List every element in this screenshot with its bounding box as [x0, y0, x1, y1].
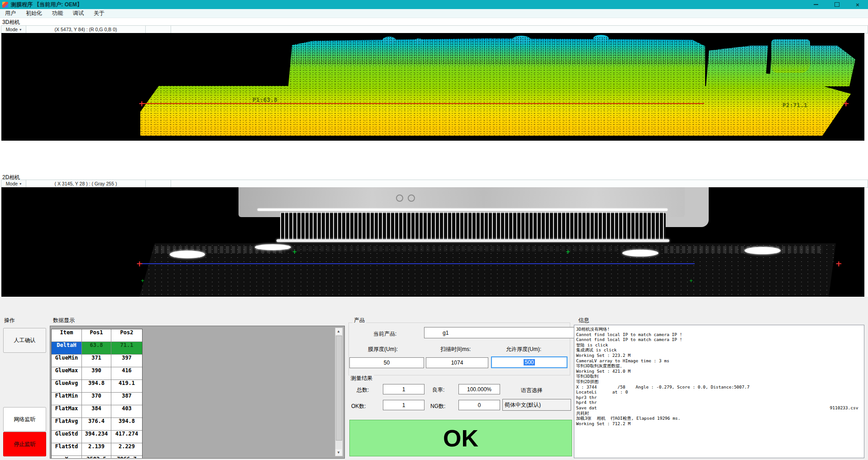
chevron-down-icon: ▾ — [19, 28, 21, 32]
bottom-panel: 操作 人工确认 网络监听 停止监听 数据显示 Item Pos1 Pos2 De… — [0, 297, 868, 460]
table-cell[interactable]: 371 — [82, 355, 111, 367]
total-field[interactable]: 1 — [383, 384, 424, 394]
table-cell[interactable]: 403 — [111, 405, 142, 417]
table-cell[interactable]: 370 — [82, 393, 111, 405]
table-cell[interactable]: 2.229 — [111, 443, 142, 455]
table-cell[interactable]: FlatMax — [52, 405, 81, 417]
table-cell[interactable]: 63.8 — [82, 342, 111, 354]
info-group-label: 信息 — [577, 317, 591, 324]
stop-listen-button[interactable]: 停止监听 — [3, 432, 46, 456]
camera3d-mode-dropdown[interactable]: Mode ▾ — [1, 26, 26, 33]
film-thickness-field[interactable]: 50 — [349, 357, 424, 368]
table-cell[interactable]: 397 — [111, 355, 142, 367]
scrollbar-thumb[interactable] — [336, 336, 342, 441]
data-display-group-label: 数据显示 — [52, 317, 76, 324]
camera2d-image-view[interactable]: + + + + + + — [1, 187, 864, 297]
table-cell[interactable]: 7966.7 — [111, 456, 142, 459]
scan-time-value: 1074 — [451, 360, 463, 366]
table-cell[interactable]: DeltaH — [52, 342, 81, 354]
menu-item-about[interactable]: 关于 — [89, 9, 110, 18]
noise-overlay — [139, 243, 839, 297]
log-line: LocateLi at : 0 — [576, 389, 862, 395]
log-line: 集成调试 is click — [576, 347, 862, 353]
window-titlebar: 测膜程序 【当前用户: OEM】 × — [0, 0, 868, 9]
camera3d-status-rest — [171, 26, 868, 33]
log-line: 加载3张 相机 行AOI检查, Elapsed 19296 ms. — [576, 416, 862, 421]
heightmap-left-strip — [1, 115, 141, 136]
allowed-thickness-value: 500 — [524, 359, 534, 365]
glue-blob — [622, 250, 658, 256]
data-table: Item Pos1 Pos2 DeltaH 63.8 71.1 GlueMin … — [51, 329, 143, 459]
table-cell[interactable]: 417.274 — [111, 431, 142, 443]
table-cell[interactable]: GlueMin — [52, 355, 81, 367]
current-product-field[interactable]: g1 — [424, 327, 584, 338]
table-cell[interactable]: 416 — [111, 367, 142, 379]
allowed-thickness-field[interactable]: 500 — [491, 356, 568, 368]
log-line: X : 3744 /58 Angle : -0.279, Score : 0.0… — [576, 384, 862, 390]
stop-listen-label: 停止监听 — [14, 441, 36, 448]
log-line: 等到3D取到灰度图数据。 — [576, 363, 862, 369]
menu-item-user[interactable]: 用户 — [0, 9, 21, 18]
camera3d-pixel-status: (X 5473, Y 84) : (R 0,G 0,B 0) — [26, 26, 146, 33]
table-cell[interactable]: 394.8 — [111, 418, 142, 430]
scroll-up-icon[interactable]: ▲ — [335, 328, 342, 335]
table-cell[interactable]: 390 — [82, 367, 111, 379]
yield-field[interactable]: 100.000% — [458, 384, 500, 394]
maximize-button[interactable] — [826, 0, 847, 9]
log-line: Cannot find local IP to match camera IP … — [576, 332, 862, 337]
minimize-button[interactable] — [806, 0, 826, 9]
table-cell[interactable]: FlatAvg — [52, 418, 81, 430]
ok-count-field[interactable]: 1 — [383, 400, 424, 410]
manual-confirm-label: 人工确认 — [14, 337, 36, 344]
glue-blob — [744, 247, 781, 254]
log-line: 等到3D取到 — [576, 374, 862, 379]
close-button[interactable]: × — [847, 0, 868, 9]
p1-measurement-label: P1:63.8 — [253, 96, 277, 103]
network-listen-button[interactable]: 网络监听 — [3, 407, 46, 432]
current-product-value: g1 — [443, 330, 448, 336]
camera3d-image-view[interactable]: + + P1:63.8 P2:71.1 — [1, 33, 864, 141]
camera3d-mode-label: Mode — [6, 27, 18, 32]
table-cell[interactable]: GlueMax — [52, 367, 81, 379]
table-cell[interactable]: FlatStd — [52, 443, 81, 455]
total-value: 1 — [402, 386, 405, 393]
app-icon — [2, 2, 8, 8]
maximize-icon — [835, 2, 839, 7]
network-listen-label: 网络监听 — [14, 416, 36, 423]
table-cell[interactable]: 394.8 — [82, 380, 111, 392]
table-cell[interactable]: 2583.5 — [82, 456, 111, 459]
ok-count-label: OK数: — [351, 403, 366, 410]
menu-item-function[interactable]: 功能 — [47, 9, 68, 18]
table-cell[interactable]: 376.4 — [82, 418, 111, 430]
table-cell[interactable]: 387 — [111, 393, 142, 405]
manual-confirm-button[interactable]: 人工确认 — [3, 328, 46, 353]
table-cell[interactable]: FlatMin — [52, 393, 81, 405]
menu-item-debug[interactable]: 调试 — [68, 9, 89, 18]
table-cell[interactable]: 394.234 — [82, 431, 111, 443]
log-line: CameraLV array to HImage time : 3 ms — [576, 358, 862, 364]
table-cell[interactable]: GlueStd — [52, 431, 81, 443]
table-header-item: Item — [52, 329, 81, 341]
table-cell[interactable]: X — [52, 456, 81, 459]
scroll-down-icon[interactable]: ▼ — [335, 449, 342, 456]
window-controls: × — [806, 0, 868, 9]
camera3d-status-cell — [146, 26, 171, 33]
log-line: 3D相机没有网络! — [576, 327, 862, 332]
scan-time-field[interactable]: 1074 — [426, 357, 488, 368]
language-dropdown-value: 简体中文(默认) — [505, 401, 541, 409]
table-cell[interactable]: 2.139 — [82, 443, 111, 455]
language-select-label: 语言选择 — [521, 387, 543, 394]
table-cell[interactable]: 71.1 — [111, 342, 142, 354]
info-log-area[interactable]: 3D相机没有网络! Cannot find local IP to match … — [574, 325, 864, 458]
table-cell[interactable]: 384 — [82, 405, 111, 417]
table-scrollbar[interactable]: ▲ ▼ — [335, 327, 343, 456]
camera2d-mode-dropdown[interactable]: Mode ▾ — [1, 180, 26, 187]
ng-count-field[interactable]: 0 — [458, 400, 500, 410]
measurement-baseline — [142, 263, 695, 264]
menu-item-init[interactable]: 初始化 — [21, 9, 47, 18]
table-header-pos1: Pos1 — [82, 329, 111, 341]
total-label: 总数: — [357, 386, 369, 394]
table-cell[interactable]: 419.1 — [111, 380, 142, 392]
table-cell[interactable]: GlueAvg — [52, 380, 81, 392]
language-dropdown[interactable]: 简体中文(默认) ▾ — [502, 399, 571, 411]
